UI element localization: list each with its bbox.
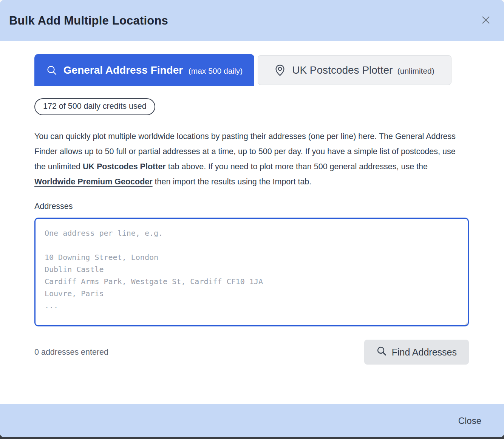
tab-label: General Address Finder — [63, 64, 183, 76]
find-addresses-label: Find Addresses — [392, 347, 457, 358]
close-icon — [480, 14, 492, 27]
tab-suffix: (unlimited) — [397, 66, 434, 75]
tabs-row: General Address Finder (max 500 daily) U… — [34, 54, 469, 86]
description-paragraph: You can quickly plot multiple worldwide … — [34, 129, 469, 189]
tab-label: UK Postcodes Plotter — [292, 64, 393, 76]
modal-header: Bulk Add Multiple Locations — [0, 0, 504, 41]
search-icon — [46, 65, 57, 76]
find-addresses-button[interactable]: Find Addresses — [364, 340, 469, 365]
worldwide-premium-geocoder-link[interactable]: Worldwide Premium Geocoder — [34, 177, 153, 186]
description-part3: then import the results using the Import… — [153, 177, 312, 186]
modal-content: General Address Finder (max 500 daily) U… — [0, 41, 504, 404]
addresses-entered-counter: 0 addresses entered — [34, 348, 108, 357]
daily-credits-badge: 172 of 500 daily credits used — [34, 98, 155, 115]
footer-close-button[interactable]: Close — [458, 416, 481, 426]
bulk-add-locations-modal: Bulk Add Multiple Locations — [0, 0, 504, 437]
modal-footer: Close — [0, 404, 504, 437]
search-icon — [376, 346, 387, 359]
addresses-textarea[interactable] — [34, 218, 469, 326]
description-bold-tab-name: UK Postcodes Plotter — [83, 162, 166, 171]
map-pin-icon — [275, 64, 285, 76]
description-part2: tab above. If you need to plot more than… — [166, 162, 428, 171]
tab-suffix: (max 500 daily) — [189, 66, 243, 75]
close-button[interactable] — [478, 13, 493, 28]
counter-row: 0 addresses entered Find Addresses — [34, 340, 469, 365]
modal-title: Bulk Add Multiple Locations — [9, 14, 168, 28]
tab-uk-postcodes-plotter[interactable]: UK Postcodes Plotter (unlimited) — [258, 55, 451, 85]
addresses-label: Addresses — [34, 202, 469, 211]
tab-general-address-finder[interactable]: General Address Finder (max 500 daily) — [34, 54, 254, 86]
